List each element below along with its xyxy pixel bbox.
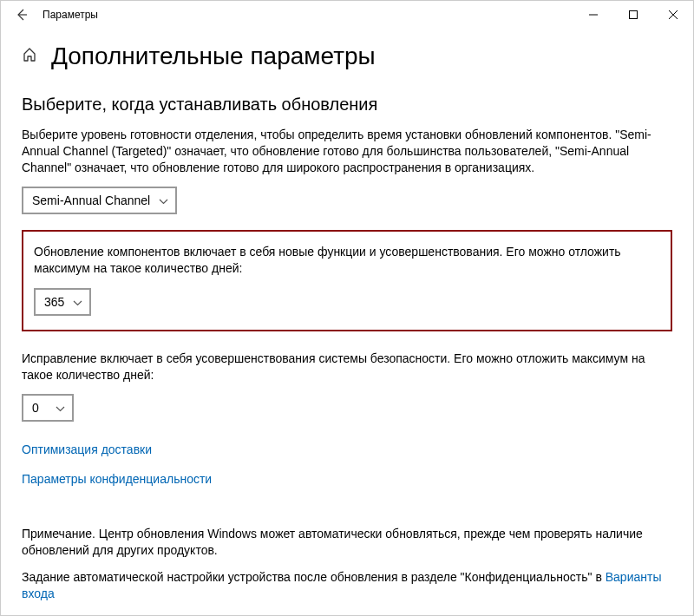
delivery-optimization-link[interactable]: Оптимизация доставки xyxy=(22,442,672,456)
channel-dropdown-value: Semi-Annual Channel xyxy=(32,193,150,207)
close-button[interactable] xyxy=(653,1,693,29)
titlebar: Параметры xyxy=(1,1,693,29)
maximize-button[interactable] xyxy=(613,1,653,29)
window-controls xyxy=(573,1,693,29)
channel-dropdown[interactable]: Semi-Annual Channel xyxy=(22,187,177,214)
back-button[interactable] xyxy=(8,1,36,29)
chevron-down-icon xyxy=(159,193,168,207)
chevron-down-icon xyxy=(56,401,65,415)
feature-defer-dropdown[interactable]: 365 xyxy=(34,288,91,316)
note-line-2: Задание автоматической настройки устройс… xyxy=(22,569,672,602)
quality-defer-text: Исправление включает в себя усовершенств… xyxy=(22,351,672,383)
chevron-down-icon xyxy=(73,295,82,309)
page-header: Дополнительные параметры xyxy=(22,43,672,70)
quality-defer-value: 0 xyxy=(32,401,39,415)
section-heading: Выберите, когда устанавливать обновления xyxy=(22,95,672,115)
feature-defer-highlight: Обновление компонентов включает в себя н… xyxy=(22,230,672,332)
links-section: Оптимизация доставки Параметры конфиденц… xyxy=(22,442,672,486)
quality-defer-dropdown[interactable]: 0 xyxy=(22,394,74,422)
feature-defer-value: 365 xyxy=(44,295,64,309)
privacy-settings-link[interactable]: Параметры конфиденциальности xyxy=(22,472,672,486)
note-line-1: Примечание. Центр обновления Windows мож… xyxy=(22,526,672,559)
window-title: Параметры xyxy=(36,9,573,21)
svg-rect-2 xyxy=(630,11,638,19)
intro-text: Выберите уровень готовности отделения, ч… xyxy=(22,127,672,176)
page-title: Дополнительные параметры xyxy=(51,43,376,70)
feature-defer-text: Обновление компонентов включает в себя н… xyxy=(34,244,660,277)
home-icon[interactable] xyxy=(22,47,37,67)
note-line-2-prefix: Задание автоматической настройки устройс… xyxy=(22,570,606,584)
content-area: Дополнительные параметры Выберите, когда… xyxy=(1,29,693,616)
minimize-button[interactable] xyxy=(573,1,613,29)
notes-section: Примечание. Центр обновления Windows мож… xyxy=(22,526,672,602)
